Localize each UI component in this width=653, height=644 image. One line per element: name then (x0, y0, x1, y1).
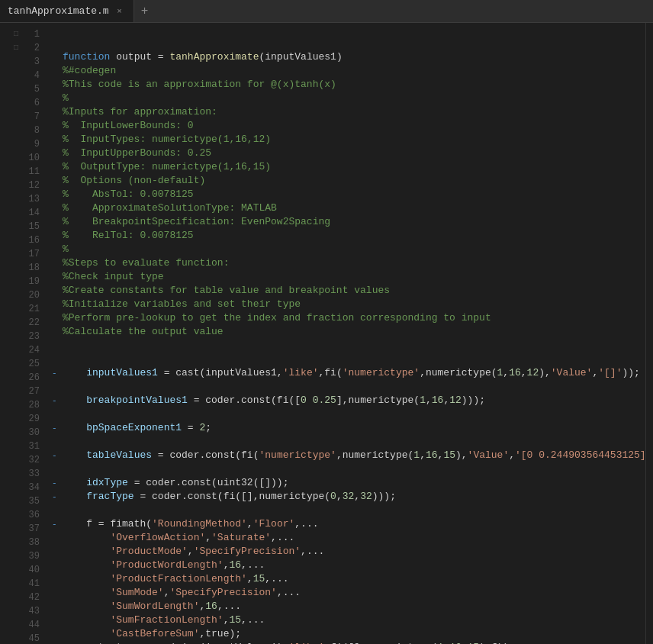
gutter-row: 4 (0, 69, 46, 82)
code-line (49, 380, 645, 394)
gutter-row: 35 (0, 494, 46, 508)
code-text: 'ProductMode','SpecifyPrecision',... (63, 545, 324, 559)
minus-marker[interactable]: - (52, 421, 61, 435)
gutter-row: 37 (0, 522, 46, 536)
gutter-row: 14 (0, 206, 46, 220)
gutter-row: □1 (0, 27, 46, 41)
fold-col[interactable]: □ (11, 41, 21, 55)
line-number: 21 (21, 302, 46, 316)
line-number: 31 (21, 440, 46, 453)
file-tab[interactable]: tanhApproximate.m × (0, 0, 134, 22)
minus-marker[interactable]: - (52, 490, 61, 504)
code-line: - tableValues = coder.const(fi('numerict… (49, 449, 645, 462)
gutter-row: 8 (0, 124, 46, 137)
minus-marker[interactable]: - (52, 517, 61, 531)
line-number: 38 (21, 536, 46, 549)
minus-marker[interactable]: - (52, 641, 61, 644)
code-line: % OutputType: numerictype(1,16,15) (49, 160, 645, 174)
code-text: %Create constants for table value and br… (63, 284, 390, 298)
gutter-row: 16 (0, 233, 46, 247)
gutter-row: 23 (0, 330, 46, 343)
code-line: - idxType = coder.const(uint32([])); (49, 476, 645, 490)
tab-close-button[interactable]: × (114, 5, 126, 18)
line-number: 44 (21, 618, 46, 632)
gutter-row: 19 (0, 275, 46, 288)
gutter-row: 11 (0, 165, 46, 179)
code-text: % Options (non-default) (63, 174, 205, 188)
code-line: % (49, 92, 645, 105)
code-line: %Check input type (49, 270, 645, 284)
line-number: 3 (21, 55, 46, 69)
gutter-row: □2 (0, 41, 46, 55)
line-number: 25 (21, 357, 46, 371)
code-text: % InputUpperBounds: 0.25 (63, 147, 211, 160)
line-number: 6 (21, 96, 46, 110)
line-number: 32 (21, 453, 46, 467)
gutter-row: 17 (0, 247, 46, 261)
code-line: 'ProductWordLength',16,... (49, 559, 645, 572)
scrollbar[interactable] (645, 23, 653, 644)
gutter-row: 29 (0, 412, 46, 426)
code-text: % ApproximateSolutionType: MATLAB (63, 201, 277, 215)
code-text: % InputTypes: numerictype(1,16,12) (63, 133, 271, 147)
line-number: 30 (21, 426, 46, 440)
code-text: %Calculate the output value (63, 325, 224, 339)
gutter-row: 42 (0, 591, 46, 604)
line-number: 5 (21, 82, 46, 96)
minus-marker[interactable]: - (52, 476, 61, 490)
line-number: 27 (21, 385, 46, 398)
code-line: - inputValues1 = cast(inputValues1,'like… (49, 366, 645, 380)
code-line: %Inputs for approximation: (49, 105, 645, 119)
tab-add-button[interactable]: + (134, 0, 156, 22)
gutter-row: 34 (0, 481, 46, 494)
editor-body: □1□2345678910111213141516171819202122232… (0, 23, 645, 644)
gutter-row: 43 (0, 604, 46, 618)
code-line: - breakpointValues1 = coder.const(fi([0 … (49, 394, 645, 407)
line-number: 1 (21, 27, 46, 41)
line-number: 37 (21, 522, 46, 536)
gutter-row: 32 (0, 453, 46, 467)
code-area[interactable]: function output = tanhApproximate(inputV… (46, 23, 645, 644)
line-number: 2 (21, 41, 46, 55)
minus-marker[interactable]: - (52, 449, 61, 462)
gutter-row: 45 (0, 632, 46, 644)
line-number: 16 (21, 233, 46, 247)
code-text: %This code is an approximation for @(x)t… (63, 78, 336, 92)
gutter-row: 38 (0, 536, 46, 549)
code-text: %#codegen (63, 64, 116, 78)
minus-marker[interactable]: - (52, 394, 61, 407)
gutter-row: 36 (0, 508, 46, 522)
code-text: % RelTol: 0.0078125 (63, 229, 194, 243)
gutter-row: 13 (0, 192, 46, 206)
code-text: 'CastBeforeSum',true); (63, 627, 241, 641)
gutter-row: 30 (0, 426, 46, 440)
fold-col[interactable]: □ (11, 27, 21, 41)
line-number: 41 (21, 577, 46, 591)
code-text: 'SumWordLength',16,... (63, 600, 241, 613)
tab-bar: tanhApproximate.m × + (0, 0, 653, 23)
gutter-row: 33 (0, 467, 46, 481)
minus-marker[interactable]: - (52, 366, 61, 380)
code-text: breakpointValues1 = coder.const(fi([0 0.… (63, 394, 485, 407)
gutter-row: 15 (0, 220, 46, 233)
code-line: % (49, 243, 645, 256)
line-number: 12 (21, 179, 46, 192)
gutter-row: 20 (0, 288, 46, 302)
code-line: %Steps to evaluate function: (49, 256, 645, 270)
gutter-row: 9 (0, 137, 46, 151)
code-text: function output = tanhApproximate(inputV… (63, 50, 343, 64)
code-text: %Perform pre-lookup to get the index and… (63, 311, 491, 325)
code-line: % Options (non-default) (49, 174, 645, 188)
code-line: - f = fimath('RoundingMethod','Floor',..… (49, 517, 645, 531)
line-number: 24 (21, 343, 46, 357)
line-number: 40 (21, 563, 46, 577)
line-number: 45 (21, 632, 46, 644)
gutter-row: 6 (0, 96, 46, 110)
gutter-row: 10 (0, 151, 46, 165)
line-number: 4 (21, 69, 46, 82)
line-number: 17 (21, 247, 46, 261)
code-text: f = fimath('RoundingMethod','Floor',... (63, 517, 319, 531)
code-text: %Initialize variables and set their type (63, 298, 301, 311)
code-text: inputValues1 = cast(inputValues1,'like',… (63, 366, 640, 380)
code-line: 'ProductMode','SpecifyPrecision',... (49, 545, 645, 559)
